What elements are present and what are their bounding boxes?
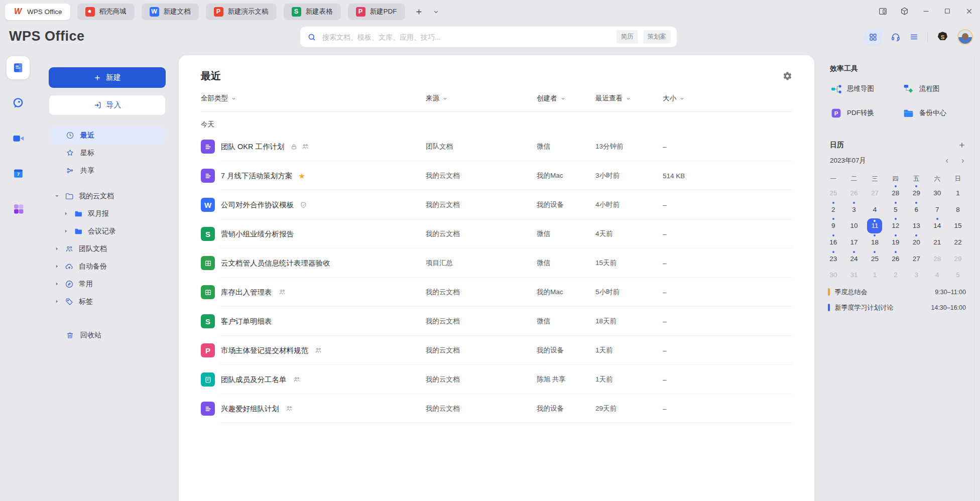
calendar-day[interactable]: 23 [823,250,843,267]
calendar-day[interactable]: 5 [885,201,906,218]
membership-badge[interactable]: S [936,31,949,43]
caret-right-icon[interactable] [54,281,60,287]
import-button[interactable]: 导入 [49,95,166,115]
calendar-day[interactable]: 4 [865,201,885,218]
calendar-day[interactable]: 5 [947,267,968,283]
sidebar-item-最近[interactable]: 最近 [49,127,166,144]
calendar-day[interactable]: 4 [927,267,947,283]
calendar-day[interactable]: 21 [927,234,947,250]
calendar-day[interactable]: 1 [947,185,968,201]
file-row[interactable]: S 营销小组业绩分析报告 我的云文档 微信 4天前 – [201,219,792,248]
caret-right-icon[interactable] [54,264,60,269]
sidebar-item-trash[interactable]: 回收站 [49,326,166,344]
rail-item-calendar[interactable]: 7 [7,162,30,185]
file-row[interactable]: 团队 OKR 工作计划 团队文档 微信 13分钟前 – [201,132,792,161]
file-row[interactable]: 7 月线下活动策划方案 ★ 我的云文档 我的Mac 3小时前 514 KB [201,161,792,190]
sidebar-tree-会议记录[interactable]: 会议记录 [49,222,166,240]
rail-item-apps[interactable] [7,197,30,220]
calendar-day[interactable]: 26 [885,250,906,267]
search-suggestion-plan[interactable]: 策划案 [643,30,671,44]
calendar-day[interactable]: 10 [843,217,864,234]
calendar-day[interactable]: 25 [823,185,843,201]
tab-list-dropdown[interactable] [431,7,441,17]
minimize-button[interactable] [921,6,931,16]
filter-最近查看[interactable]: 最近查看 [595,94,663,103]
new-tab-button[interactable] [414,7,424,17]
workspace-cube-button[interactable] [899,6,909,16]
tool-PDF转换[interactable]: P PDF转换 [830,103,902,122]
calendar-day[interactable]: 29 [906,185,927,201]
calendar-day[interactable]: 30 [823,267,843,283]
calendar-day[interactable]: 9 [823,217,843,234]
tool-流程图[interactable]: 流程图 [902,79,974,98]
calendar-day[interactable]: 29 [947,250,968,267]
calendar-prev-month-button[interactable] [944,158,950,164]
calendar-day[interactable]: 2 [885,267,906,283]
tab-doc-2[interactable]: W新建文档 [142,4,199,20]
list-settings-button[interactable] [783,71,792,81]
calendar-day[interactable]: 7 [927,201,947,218]
caret-right-icon[interactable] [54,299,60,304]
file-row[interactable]: S 客户订单明细表 我的云文档 微信 18天前 – [201,307,792,336]
calendar-day[interactable]: 3 [906,267,927,283]
file-row[interactable]: P 市场主体登记提交材料规范 我的云文档 我的设备 1天前 – [201,336,792,365]
calendar-event[interactable]: 季度总结会 9:30–11:00 [828,284,966,300]
global-search-bar[interactable]: 简历 策划案 [300,27,677,47]
tab-home[interactable]: WWPS Office [5,4,70,20]
calendar-day[interactable]: 14 [927,217,947,234]
file-row[interactable]: 云文档管人员信息统计表理器验收 项目汇总 微信 15天前 – [201,248,792,278]
rail-item-meeting[interactable] [7,127,30,150]
calendar-day[interactable]: 15 [947,217,968,234]
calendar-day[interactable]: 24 [843,250,864,267]
calendar-day[interactable]: 27 [906,250,927,267]
file-row[interactable]: 团队成员及分工名单 我的云文档 陈旭 共享 1天前 – [201,365,792,394]
maximize-button[interactable] [942,6,952,16]
mobile-panel-button[interactable] [878,6,888,16]
sidebar-tree-双月报[interactable]: 双月报 [49,205,166,222]
add-event-button[interactable] [958,141,966,149]
calendar-day[interactable]: 13 [906,217,927,234]
calendar-day[interactable]: 1 [865,267,885,283]
search-suggestion-resume[interactable]: 简历 [617,30,638,44]
calendar-day[interactable]: 19 [885,234,906,250]
sidebar-item-星标[interactable]: 星标 [49,144,166,162]
sidebar-tree-团队文档[interactable]: 团队文档 [49,240,166,258]
tab-doc-1[interactable]: 稻壳商城 [77,4,135,20]
filter-创建者[interactable]: 创建者 [537,94,595,103]
calendar-day[interactable]: 20 [906,234,927,250]
tool-备份中心[interactable]: 备份中心 [902,103,974,122]
calendar-event[interactable]: 新季度学习计划讨论 14:30–16:00 [828,300,966,315]
calendar-day[interactable]: 2 [823,201,843,218]
calendar-day[interactable]: 16 [823,234,843,250]
panel-scrollbar-track[interactable] [974,55,974,501]
support-headset-button[interactable] [891,32,901,42]
tab-doc-4[interactable]: S新建表格 [284,4,341,20]
new-document-button[interactable]: 新建 [49,67,166,88]
calendar-day[interactable]: 25 [865,250,885,267]
calendar-day[interactable]: 22 [947,234,968,250]
filter-来源[interactable]: 来源 [426,94,537,103]
calendar-day[interactable]: 26 [843,185,864,201]
sidebar-tree-常用[interactable]: 常用 [49,275,166,293]
tab-doc-3[interactable]: P新建演示文稿 [206,4,277,20]
sidebar-tree-我的云文档[interactable]: 我的云文档 [49,187,166,205]
calendar-day[interactable]: 8 [947,201,968,218]
tool-思维导图[interactable]: 思维导图 [830,79,902,98]
calendar-day[interactable]: 27 [865,185,885,201]
file-row[interactable]: 兴趣爱好组队计划 我的云文档 我的设备 29天前 – [201,394,792,423]
caret-down-icon[interactable] [54,193,60,199]
calendar-day[interactable]: 6 [906,201,927,218]
user-avatar[interactable] [957,29,973,45]
calendar-day[interactable]: 31 [843,267,864,283]
calendar-day[interactable]: 30 [927,185,947,201]
calendar-day-selected[interactable]: 11 [865,217,885,234]
calendar-day[interactable]: 28 [885,185,906,201]
apps-grid-button[interactable] [864,29,882,45]
sidebar-tree-自动备份[interactable]: 自动备份 [49,258,166,275]
rail-item-documents[interactable] [7,56,30,79]
caret-right-icon[interactable] [63,228,69,234]
calendar-day[interactable]: 3 [843,201,864,218]
calendar-day[interactable]: 28 [927,250,947,267]
calendar-next-month-button[interactable] [959,158,966,164]
sidebar-item-共享[interactable]: 共享 [49,162,166,179]
